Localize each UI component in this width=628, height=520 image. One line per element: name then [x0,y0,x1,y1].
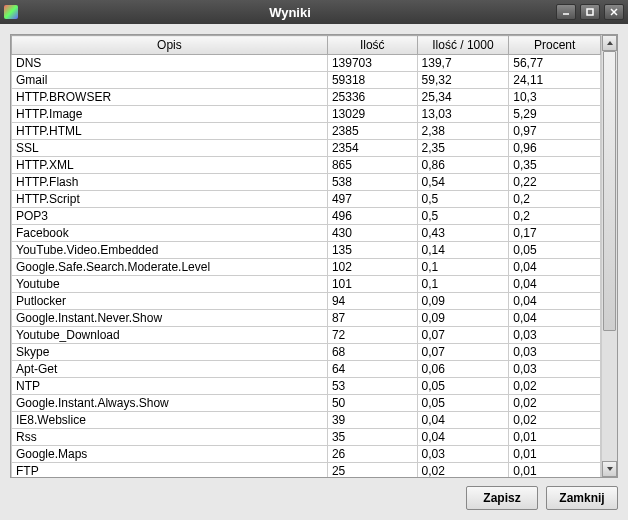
cell-procent: 0,22 [509,174,601,191]
cell-opis: YouTube.Video.Embedded [12,242,328,259]
cell-opis: NTP [12,378,328,395]
cell-ilosc1000: 139,7 [417,55,509,72]
minimize-icon [561,7,571,17]
cell-opis: Youtube_Download [12,327,328,344]
table-row[interactable]: Putlocker940,090,04 [12,293,601,310]
table-row[interactable]: FTP250,020,01 [12,463,601,478]
cell-opis: HTTP.BROWSER [12,89,328,106]
cell-ilosc: 139703 [327,55,417,72]
table-row[interactable]: POP34960,50,2 [12,208,601,225]
table-row[interactable]: Gmail5931859,3224,11 [12,72,601,89]
table-row[interactable]: HTTP.BROWSER2533625,3410,3 [12,89,601,106]
cell-opis: SSL [12,140,328,157]
cell-ilosc: 430 [327,225,417,242]
table-row[interactable]: HTTP.Flash5380,540,22 [12,174,601,191]
cell-procent: 0,01 [509,463,601,478]
scrollbar-track[interactable] [602,51,617,461]
cell-ilosc: 26 [327,446,417,463]
table-row[interactable]: Google.Maps260,030,01 [12,446,601,463]
cell-ilosc: 102 [327,259,417,276]
svg-marker-4 [607,41,613,45]
close-icon [609,7,619,17]
cell-ilosc: 72 [327,327,417,344]
cell-ilosc1000: 0,04 [417,429,509,446]
cell-procent: 10,3 [509,89,601,106]
cell-opis: Google.Maps [12,446,328,463]
header-ilosc[interactable]: Ilość [327,36,417,55]
table-row[interactable]: Google.Instant.Always.Show500,050,02 [12,395,601,412]
scroll-up-button[interactable] [602,35,617,51]
close-window-button[interactable] [604,4,624,20]
cell-procent: 0,01 [509,429,601,446]
cell-ilosc1000: 0,06 [417,361,509,378]
cell-procent: 0,01 [509,446,601,463]
table-row[interactable]: YouTube.Video.Embedded1350,140,05 [12,242,601,259]
table-row[interactable]: SSL23542,350,96 [12,140,601,157]
cell-procent: 5,29 [509,106,601,123]
cell-opis: HTTP.Script [12,191,328,208]
cell-ilosc: 25 [327,463,417,478]
cell-ilosc: 68 [327,344,417,361]
cell-opis: HTTP.Flash [12,174,328,191]
table-row[interactable]: IE8.Webslice390,040,02 [12,412,601,429]
cell-opis: FTP [12,463,328,478]
cell-procent: 0,96 [509,140,601,157]
cell-ilosc: 496 [327,208,417,225]
maximize-button[interactable] [580,4,600,20]
table-row[interactable]: HTTP.Image1302913,035,29 [12,106,601,123]
save-button[interactable]: Zapisz [466,486,538,510]
table-row[interactable]: Youtube1010,10,04 [12,276,601,293]
cell-ilosc: 50 [327,395,417,412]
table-row[interactable]: Rss350,040,01 [12,429,601,446]
cell-procent: 0,03 [509,344,601,361]
cell-opis: Rss [12,429,328,446]
cell-ilosc: 135 [327,242,417,259]
cell-procent: 0,2 [509,208,601,225]
table-row[interactable]: Youtube_Download720,070,03 [12,327,601,344]
cell-ilosc: 2354 [327,140,417,157]
cell-ilosc1000: 0,5 [417,208,509,225]
titlebar: Wyniki [0,0,628,24]
minimize-button[interactable] [556,4,576,20]
cell-procent: 0,2 [509,191,601,208]
cell-procent: 0,97 [509,123,601,140]
cell-ilosc: 2385 [327,123,417,140]
table-row[interactable]: Google.Safe.Search.Moderate.Level1020,10… [12,259,601,276]
table-scroll: Opis Ilość Ilość / 1000 Procent DNS13970… [11,35,601,477]
table-row[interactable]: HTTP.Script4970,50,2 [12,191,601,208]
table-row[interactable]: Google.Instant.Never.Show870,090,04 [12,310,601,327]
vertical-scrollbar[interactable] [601,35,617,477]
chevron-down-icon [606,465,614,473]
scroll-down-button[interactable] [602,461,617,477]
table-row[interactable]: HTTP.XML8650,860,35 [12,157,601,174]
cell-procent: 0,35 [509,157,601,174]
cell-ilosc1000: 0,54 [417,174,509,191]
cell-procent: 0,02 [509,412,601,429]
cell-opis: Apt-Get [12,361,328,378]
results-table-wrap: Opis Ilość Ilość / 1000 Procent DNS13970… [10,34,618,478]
cell-ilosc1000: 59,32 [417,72,509,89]
cell-ilosc1000: 0,09 [417,310,509,327]
cell-procent: 0,03 [509,327,601,344]
header-ilosc1000[interactable]: Ilość / 1000 [417,36,509,55]
table-row[interactable]: Apt-Get640,060,03 [12,361,601,378]
table-row[interactable]: DNS139703139,756,77 [12,55,601,72]
cell-ilosc1000: 0,43 [417,225,509,242]
cell-ilosc: 53 [327,378,417,395]
header-procent[interactable]: Procent [509,36,601,55]
header-opis[interactable]: Opis [12,36,328,55]
table-row[interactable]: HTTP.HTML23852,380,97 [12,123,601,140]
table-row[interactable]: Facebook4300,430,17 [12,225,601,242]
close-button[interactable]: Zamknij [546,486,618,510]
app-icon [4,5,18,19]
cell-opis: Skype [12,344,328,361]
cell-ilosc1000: 13,03 [417,106,509,123]
cell-ilosc1000: 0,04 [417,412,509,429]
cell-procent: 0,04 [509,310,601,327]
cell-procent: 0,17 [509,225,601,242]
table-row[interactable]: NTP530,050,02 [12,378,601,395]
cell-procent: 0,04 [509,293,601,310]
cell-ilosc: 497 [327,191,417,208]
table-row[interactable]: Skype680,070,03 [12,344,601,361]
scrollbar-thumb[interactable] [603,51,616,331]
